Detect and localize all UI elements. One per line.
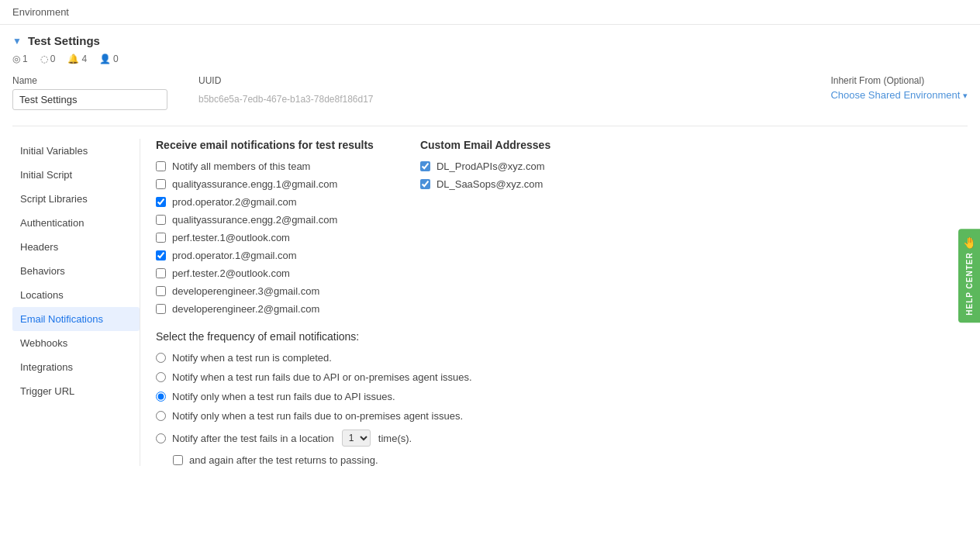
sidebar-item-script-libraries[interactable]: Script Libraries <box>12 187 140 211</box>
checkbox-returns-passing[interactable] <box>173 455 183 465</box>
checkbox-label-prod1[interactable]: prod.operator.1@gmail.com <box>172 250 297 261</box>
stat-users-icon: 👤 <box>99 53 111 64</box>
uuid-value: b5bc6e5a-7edb-467e-b1a3-78de8f186d17 <box>198 89 374 105</box>
checkbox-perf1[interactable] <box>156 233 166 243</box>
uuid-label: UUID <box>198 75 374 86</box>
checkbox-row-dev3: developerengineer.3@gmail.com <box>156 285 374 297</box>
sidebar-item-email-notifications[interactable]: Email Notifications <box>12 307 140 331</box>
checkbox-label-dl-prod[interactable]: DL_ProdAPIs@xyz.com <box>437 160 545 172</box>
checkbox-dl-prod[interactable] <box>420 161 430 171</box>
radio-row-completed: Notify when a test run is completed. <box>156 352 952 364</box>
page-header: Environment <box>0 0 980 25</box>
checkbox-row-prod2: prod.operator.2@gmail.com <box>156 196 374 208</box>
sub-checkbox-row: and again after the test returns to pass… <box>173 454 952 466</box>
radio-label-api-only[interactable]: Notify only when a test run fails due to… <box>172 391 395 402</box>
checkbox-row-perf1: perf.tester.1@outlook.com <box>156 232 374 243</box>
custom-email-list: DL_ProdAPIs@xyz.com DL_SaaSops@xyz.com <box>420 160 550 190</box>
radio-label-api-onprem[interactable]: Notify when a test run fails due to API … <box>172 371 472 383</box>
radio-label-completed[interactable]: Notify when a test run is completed. <box>172 352 332 364</box>
checkbox-dev3[interactable] <box>156 286 166 296</box>
sidebar: Initial Variables Initial Script Script … <box>12 139 140 466</box>
name-group: Name <box>12 75 167 110</box>
radio-label-onprem-only[interactable]: Notify only when a test run fails due to… <box>172 410 463 422</box>
checkbox-label-qa2[interactable]: qualityassurance.engg.2@gmail.com <box>172 214 337 226</box>
sidebar-item-headers[interactable]: Headers <box>12 235 140 259</box>
sidebar-item-webhooks[interactable]: Webhooks <box>12 331 140 355</box>
checkbox-row-prod1: prod.operator.1@gmail.com <box>156 250 374 261</box>
help-center-icon: 🤚 <box>963 236 976 249</box>
receive-notifications-section: Receive email notifications for test res… <box>156 139 374 315</box>
checkbox-label-dev2[interactable]: developerengineer.2@gmail.com <box>172 303 319 315</box>
name-input[interactable] <box>12 89 167 110</box>
radio-freq-location[interactable] <box>156 433 166 443</box>
chevron-down-icon: ▾ <box>963 91 968 100</box>
radio-label-location[interactable]: Notify after the test fails in a locatio… <box>172 433 334 444</box>
checkbox-row-qa2: qualityassurance.engg.2@gmail.com <box>156 214 374 226</box>
checkbox-notify-all[interactable] <box>156 161 166 171</box>
sidebar-item-trigger-url[interactable]: Trigger URL <box>12 379 140 403</box>
checkbox-label-returns-passing[interactable]: and again after the test returns to pass… <box>189 454 378 466</box>
checkbox-row-dev2: developerengineer.2@gmail.com <box>156 303 374 315</box>
help-center-button[interactable]: 🤚 HELP CENTER <box>958 229 980 323</box>
uuid-group: UUID b5bc6e5a-7edb-467e-b1a3-78de8f186d1… <box>198 75 374 105</box>
radio-freq-onprem-only[interactable] <box>156 411 166 421</box>
checkbox-label-perf2[interactable]: perf.tester.2@outlook.com <box>172 267 290 279</box>
main-content: Receive email notifications for test res… <box>140 139 968 466</box>
checkbox-label-qa1[interactable]: qualityassurance.engg.1@gmail.com <box>172 178 337 190</box>
stat-runs-icon: ◎ <box>12 53 20 64</box>
form-top-row: Name UUID b5bc6e5a-7edb-467e-b1a3-78de8f… <box>12 75 968 110</box>
checkbox-label-perf1[interactable]: perf.tester.1@outlook.com <box>172 232 290 243</box>
stat-alerts: 🔔 4 <box>67 53 87 64</box>
content-area: Initial Variables Initial Script Script … <box>12 139 968 466</box>
stat-alerts-icon: 🔔 <box>67 53 79 64</box>
custom-email-section: Custom Email Addresses DL_ProdAPIs@xyz.c… <box>420 139 550 315</box>
checkbox-label-dev3[interactable]: developerengineer.3@gmail.com <box>172 285 319 297</box>
checkbox-label-prod2[interactable]: prod.operator.2@gmail.com <box>172 196 297 208</box>
sidebar-item-initial-variables[interactable]: Initial Variables <box>12 139 140 163</box>
radio-row-api-only: Notify only when a test run fails due to… <box>156 391 952 402</box>
checkbox-row-dl-prod: DL_ProdAPIs@xyz.com <box>420 160 550 172</box>
help-center-label: HELP CENTER <box>965 252 974 315</box>
radio-row-onprem-only: Notify only when a test run fails due to… <box>156 410 952 422</box>
frequency-title: Select the frequency of email notificati… <box>156 330 952 343</box>
name-label: Name <box>12 75 167 86</box>
checkbox-label-notify-all[interactable]: Notify all members of this team <box>172 160 310 172</box>
stat-fails-icon: ◌ <box>40 53 48 64</box>
checkbox-dev2[interactable] <box>156 304 166 314</box>
checkbox-perf2[interactable] <box>156 268 166 278</box>
checkbox-prod2[interactable] <box>156 197 166 207</box>
times-label: time(s). <box>378 433 412 444</box>
checkbox-row-qa1: qualityassurance.engg.1@gmail.com <box>156 178 374 190</box>
stat-users: 👤 0 <box>99 53 119 64</box>
radio-freq-api-onprem[interactable] <box>156 372 166 382</box>
location-times-select[interactable]: 1 2 3 5 <box>342 430 371 447</box>
radio-row-api-onprem: Notify when a test run fails due to API … <box>156 371 952 383</box>
sidebar-item-locations[interactable]: Locations <box>12 283 140 307</box>
stat-runs: ◎ 1 <box>12 53 28 64</box>
inherit-link[interactable]: Choose Shared Environment ▾ <box>830 89 968 101</box>
main-container: ▼ Test Settings ◎ 1 ◌ 0 🔔 4 👤 0 Name UUI… <box>0 25 980 481</box>
sidebar-item-integrations[interactable]: Integrations <box>12 355 140 379</box>
checkbox-qa2[interactable] <box>156 215 166 225</box>
email-top-section: Receive email notifications for test res… <box>156 139 952 315</box>
frequency-radio-list: Notify when a test run is completed. Not… <box>156 352 952 466</box>
stat-fails: ◌ 0 <box>40 53 56 64</box>
section-toggle-icon[interactable]: ▼ <box>12 36 22 47</box>
sidebar-item-authentication[interactable]: Authentication <box>12 211 140 235</box>
radio-freq-completed[interactable] <box>156 353 166 363</box>
checkbox-dl-saas[interactable] <box>420 179 430 189</box>
receive-section-title: Receive email notifications for test res… <box>156 139 374 151</box>
checkbox-prod1[interactable] <box>156 250 166 260</box>
radio-freq-api-only[interactable] <box>156 392 166 402</box>
checkbox-label-dl-saas[interactable]: DL_SaaSops@xyz.com <box>437 178 543 190</box>
sidebar-item-initial-script[interactable]: Initial Script <box>12 163 140 187</box>
inherit-group: Inherit From (Optional) Choose Shared En… <box>830 75 968 101</box>
frequency-section: Select the frequency of email notificati… <box>156 330 952 466</box>
sidebar-item-behaviors[interactable]: Behaviors <box>12 259 140 283</box>
section-header: ▼ Test Settings <box>12 34 968 47</box>
checkbox-row-perf2: perf.tester.2@outlook.com <box>156 267 374 279</box>
checkbox-qa1[interactable] <box>156 179 166 189</box>
inherit-label: Inherit From (Optional) <box>830 75 968 86</box>
divider <box>12 126 968 126</box>
radio-row-location: Notify after the test fails in a locatio… <box>156 430 952 447</box>
